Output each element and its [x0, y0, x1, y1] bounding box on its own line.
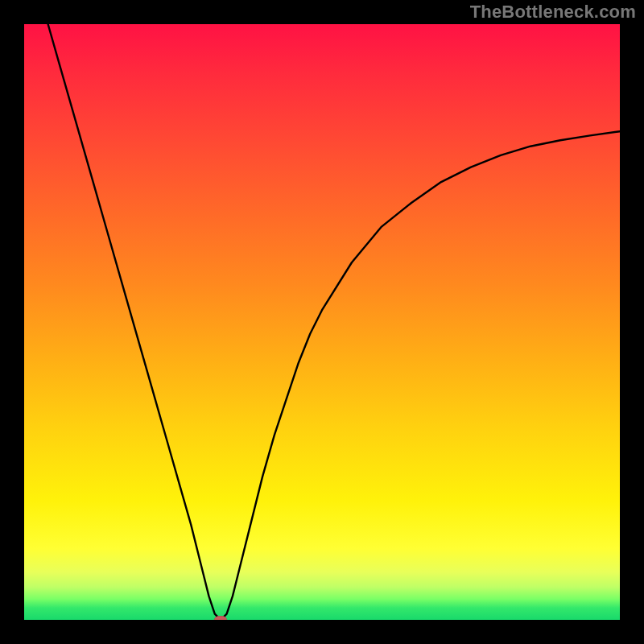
watermark-text: TheBottleneck.com — [470, 2, 636, 23]
optimum-marker — [214, 616, 227, 620]
bottleneck-curve — [48, 24, 620, 620]
curve-svg — [24, 24, 620, 620]
chart-frame: TheBottleneck.com — [0, 0, 644, 644]
plot-area — [24, 24, 620, 620]
